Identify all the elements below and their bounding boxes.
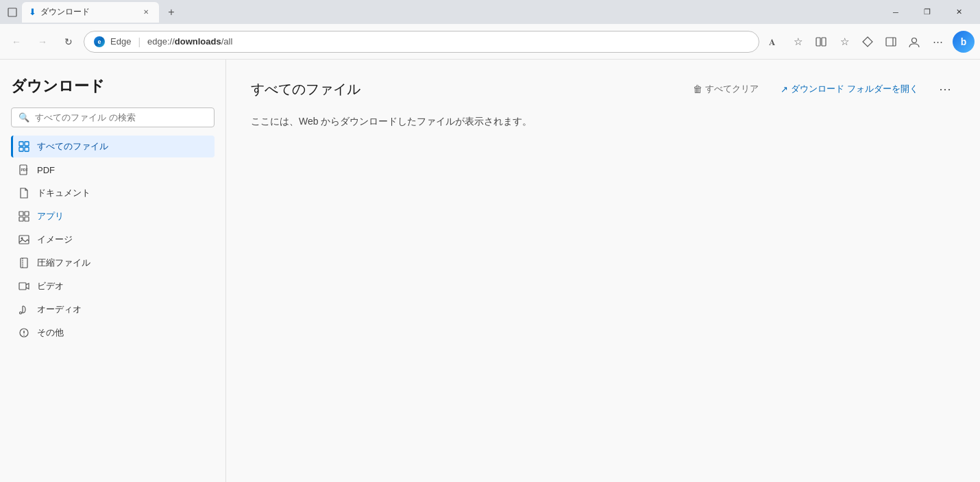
main-layout: ダウンロード 🔍 すべてのファイル PDF PDF: [0, 60, 980, 482]
browser-essentials-button[interactable]: [857, 31, 879, 53]
svg-rect-9: [19, 147, 23, 151]
search-icon: 🔍: [19, 112, 29, 123]
sidebar-item-label-image: イメージ: [37, 233, 73, 246]
url-suffix: /all: [221, 36, 233, 47]
address-box[interactable]: e Edge | edge://downloads/all: [84, 31, 759, 53]
svg-rect-2: [816, 38, 820, 46]
tab-close-button[interactable]: ✕: [140, 6, 152, 18]
read-aloud-button[interactable]: 𝐀: [763, 31, 785, 53]
svg-point-18: [21, 238, 23, 240]
svg-point-27: [23, 335, 25, 336]
bing-chat-button[interactable]: b: [953, 31, 975, 53]
svg-rect-19: [21, 258, 27, 268]
all-files-icon: [18, 140, 30, 153]
svg-text:𝐀: 𝐀: [769, 37, 775, 47]
url-bold: downloads: [175, 36, 221, 47]
minimize-button[interactable]: ─: [880, 0, 911, 24]
sidebar-item-image[interactable]: イメージ: [11, 229, 215, 251]
empty-message: ここには、Web からダウンロードしたファイルが表示されます。: [251, 116, 955, 128]
svg-rect-13: [19, 212, 23, 216]
search-input[interactable]: [35, 112, 207, 123]
open-folder-button[interactable]: ↗ ダウンロード フォルダーを開く: [775, 80, 924, 98]
document-icon: [18, 187, 30, 199]
search-box[interactable]: 🔍: [11, 107, 215, 127]
svg-point-6: [912, 38, 917, 42]
refresh-button[interactable]: ↻: [58, 31, 79, 53]
svg-rect-21: [19, 283, 26, 290]
favorites-button[interactable]: ☆: [787, 31, 809, 53]
sidebar-item-audio[interactable]: オーディオ: [11, 299, 215, 320]
svg-rect-0: [8, 8, 16, 16]
tab-title: ダウンロード: [40, 6, 90, 18]
address-separator: |: [138, 36, 140, 47]
sidebar-item-label-video: ビデオ: [37, 280, 64, 292]
sidebar-item-label-pdf: PDF: [37, 165, 55, 175]
profile-button[interactable]: [903, 31, 925, 53]
url-prefix: edge://: [147, 36, 175, 47]
sidebar-item-label-other: その他: [37, 327, 64, 339]
svg-rect-4: [886, 38, 896, 46]
sidebar-item-label-audio: オーディオ: [37, 303, 82, 316]
edge-logo: e: [94, 36, 105, 47]
close-button[interactable]: ✕: [943, 0, 975, 24]
sidebar-item-pdf[interactable]: PDF PDF: [11, 159, 215, 181]
back-button[interactable]: ←: [5, 31, 27, 53]
open-folder-label: ダウンロード フォルダーを開く: [791, 83, 918, 95]
sidebar: ダウンロード 🔍 すべてのファイル PDF PDF: [0, 60, 226, 482]
header-actions: 🗑 すべてクリア ↗ ダウンロード フォルダーを開く ⋯: [687, 79, 955, 99]
sidebar-item-document[interactable]: ドキュメント: [11, 182, 215, 204]
new-tab-button[interactable]: +: [162, 3, 181, 22]
clear-all-button[interactable]: 🗑 すべてクリア: [687, 80, 764, 98]
active-tab[interactable]: ⬇ ダウンロード ✕: [22, 2, 159, 23]
svg-text:PDF: PDF: [21, 168, 28, 172]
svg-rect-14: [25, 212, 29, 216]
pdf-icon: PDF: [18, 164, 30, 176]
forward-button[interactable]: →: [32, 31, 53, 53]
more-options-button[interactable]: ⋯: [935, 79, 955, 99]
svg-rect-16: [25, 217, 29, 221]
sidebar-button[interactable]: [880, 31, 902, 53]
sidebar-title: ダウンロード: [11, 76, 215, 97]
trash-icon: 🗑: [693, 84, 702, 94]
app-icon: [18, 210, 30, 223]
tab-download-icon: ⬇: [29, 7, 36, 17]
toolbar-icons: 𝐀 ☆ ☆ ⋯ b: [763, 31, 975, 53]
svg-rect-10: [25, 147, 29, 151]
sidebar-item-label-document: ドキュメント: [37, 187, 90, 199]
content-header: すべてのファイル 🗑 すべてクリア ↗ ダウンロード フォルダーを開く ⋯: [251, 79, 955, 99]
svg-rect-3: [822, 38, 826, 46]
sidebar-item-label-app: アプリ: [37, 210, 64, 223]
compressed-icon: [18, 257, 30, 269]
video-icon: [18, 280, 30, 292]
sidebar-item-app[interactable]: アプリ: [11, 205, 215, 227]
clear-all-label: すべてクリア: [705, 83, 759, 95]
addressbar: ← → ↻ e Edge | edge://downloads/all 𝐀 ☆ …: [0, 24, 980, 60]
collections-button[interactable]: ☆: [833, 31, 855, 53]
window-controls: ─ ❐ ✕: [880, 0, 975, 24]
audio-icon: [18, 303, 30, 316]
sidebar-item-video[interactable]: ビデオ: [11, 275, 215, 297]
restore-button[interactable]: ❐: [911, 0, 943, 24]
nav-items: すべてのファイル PDF PDF ドキュメント アプリ: [11, 136, 215, 344]
titlebar: ⬇ ダウンロード ✕ + ─ ❐ ✕: [0, 0, 980, 24]
content-title: すべてのファイル: [251, 80, 687, 99]
external-link-icon: ↗: [781, 84, 788, 94]
sidebar-item-all-files[interactable]: すべてのファイル: [11, 136, 215, 157]
svg-rect-15: [19, 217, 23, 221]
svg-rect-8: [25, 142, 29, 146]
edge-label: Edge: [110, 36, 131, 47]
svg-point-24: [20, 312, 22, 314]
sidebar-item-label-all-files: すべてのファイル: [37, 140, 108, 153]
svg-rect-7: [19, 142, 23, 146]
other-icon: [18, 327, 30, 339]
settings-more-button[interactable]: ⋯: [927, 31, 948, 53]
address-url: edge://downloads/all: [147, 36, 232, 47]
content-area: すべてのファイル 🗑 すべてクリア ↗ ダウンロード フォルダーを開く ⋯ ここ…: [226, 60, 980, 482]
split-screen-button[interactable]: [810, 31, 832, 53]
sidebar-item-compressed[interactable]: 圧縮ファイル: [11, 252, 215, 274]
sidebar-item-other[interactable]: その他: [11, 322, 215, 344]
image-icon: [18, 233, 30, 246]
sidebar-item-label-compressed: 圧縮ファイル: [37, 257, 90, 269]
window-icon[interactable]: [5, 5, 19, 19]
